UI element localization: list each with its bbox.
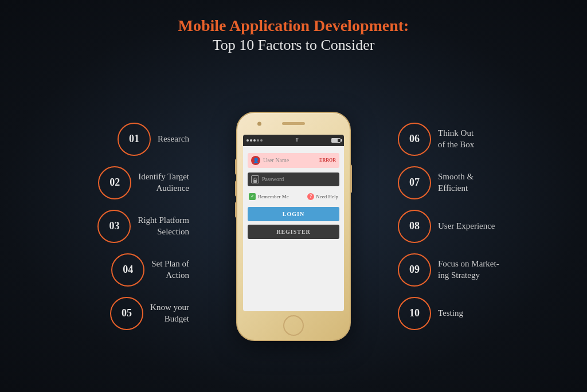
need-help-option[interactable]: ? Need Help (307, 193, 338, 200)
help-icon: ? (307, 193, 314, 200)
factor-label-04: Set Plan ofAction (151, 258, 189, 281)
factor-item-03: Right PlatformSelection 03 (11, 210, 189, 243)
remember-me-option[interactable]: ✓ Remember Me (249, 193, 289, 200)
factor-circle-01: 01 (118, 123, 151, 156)
phone-camera (257, 121, 261, 126)
wifi-icon: ⇈ (295, 138, 299, 143)
factor-label-03: Right PlatformSelection (138, 215, 189, 237)
factor-item-09: 09 Focus on Market-ing Strategy (398, 253, 576, 287)
factor-circle-06: 06 (398, 123, 431, 156)
header-title-white: Top 10 Factors to Consider (178, 36, 409, 55)
factor-label-08: User Experience (438, 221, 495, 232)
login-button[interactable]: LOGIN (248, 207, 339, 221)
factor-circle-08: 08 (398, 210, 431, 243)
factor-label-02: Identify TargetAudience (138, 171, 189, 194)
phone-speaker (282, 122, 305, 125)
factor-item-05: Know yourBudget 05 (11, 297, 189, 330)
factor-circle-03: 03 (97, 210, 131, 243)
phone-mute-button (235, 202, 237, 218)
phone-volume-down-button (235, 181, 237, 197)
remember-label: Remember Me (258, 194, 289, 199)
right-column: 06 Think Outof the Box 07 Smooth &Effici… (398, 123, 576, 330)
battery-fill (332, 139, 338, 142)
factor-item-04: Set Plan ofAction 04 (11, 253, 189, 287)
factor-label-07: Smooth &Efficient (438, 171, 473, 194)
signal-dot-1 (246, 139, 249, 142)
factor-circle-10: 10 (398, 297, 431, 330)
factor-circle-07: 07 (398, 166, 431, 199)
signal-dot-4 (257, 139, 259, 142)
battery-icon (331, 138, 341, 143)
lock-icon (251, 175, 259, 183)
header-title-orange: Mobile Application Development: (178, 16, 409, 36)
signal-dot-3 (253, 139, 256, 142)
error-label: ERROR (319, 158, 336, 163)
svg-rect-0 (253, 180, 257, 183)
factor-circle-04: 04 (111, 253, 144, 287)
factor-label-10: Testing (438, 308, 463, 319)
phone-bottom (237, 311, 350, 340)
factor-label-01: Research (158, 134, 189, 145)
left-column: Research 01 Identify TargetAudience 02 R… (11, 123, 189, 330)
factor-circle-02: 02 (98, 166, 131, 199)
password-placeholder: Password (262, 176, 284, 182)
factor-label-05: Know yourBudget (150, 302, 189, 324)
signal-dot-2 (250, 139, 252, 142)
password-field[interactable]: Password (248, 173, 339, 186)
username-placeholder: User Name (263, 157, 316, 163)
factor-circle-09: 09 (398, 253, 431, 287)
factor-item-01: Research 01 (11, 123, 189, 156)
battery-tip (341, 139, 342, 142)
remember-checkbox[interactable]: ✓ (249, 193, 256, 200)
register-button[interactable]: REGISTER (248, 225, 339, 239)
signal-dots (246, 139, 263, 142)
help-label: Need Help (316, 194, 338, 199)
user-icon: 👤 (251, 156, 260, 165)
login-form: 👤 User Name ERROR (243, 146, 344, 246)
phone-top (237, 113, 350, 135)
options-row: ✓ Remember Me ? Need Help (248, 191, 339, 202)
factor-item-06: 06 Think Outof the Box (398, 123, 576, 156)
phone-volume-up-button (235, 159, 237, 175)
home-button[interactable] (283, 315, 304, 336)
phone-screen: ⇈ 👤 User Name ERROR (243, 135, 344, 311)
phone-mockup: ⇈ 👤 User Name ERROR (236, 112, 351, 341)
signal-dot-5 (260, 139, 263, 142)
header: Mobile Application Development: Top 10 F… (178, 0, 409, 54)
factor-item-08: 08 User Experience (398, 210, 576, 243)
phone-container: ⇈ 👤 User Name ERROR (236, 112, 351, 341)
status-bar: ⇈ (243, 135, 344, 146)
factor-item-10: 10 Testing (398, 297, 576, 330)
factor-label-06: Think Outof the Box (438, 128, 474, 150)
phone-power-button (350, 164, 352, 193)
main-container: Mobile Application Development: Top 10 F… (0, 0, 587, 392)
factor-circle-05: 05 (110, 297, 143, 330)
username-field[interactable]: 👤 User Name ERROR (248, 153, 339, 168)
factor-label-09: Focus on Market-ing Strategy (438, 258, 499, 281)
factor-item-07: 07 Smooth &Efficient (398, 166, 576, 199)
content-area: Research 01 Identify TargetAudience 02 R… (0, 60, 587, 392)
factor-item-02: Identify TargetAudience 02 (11, 166, 189, 199)
